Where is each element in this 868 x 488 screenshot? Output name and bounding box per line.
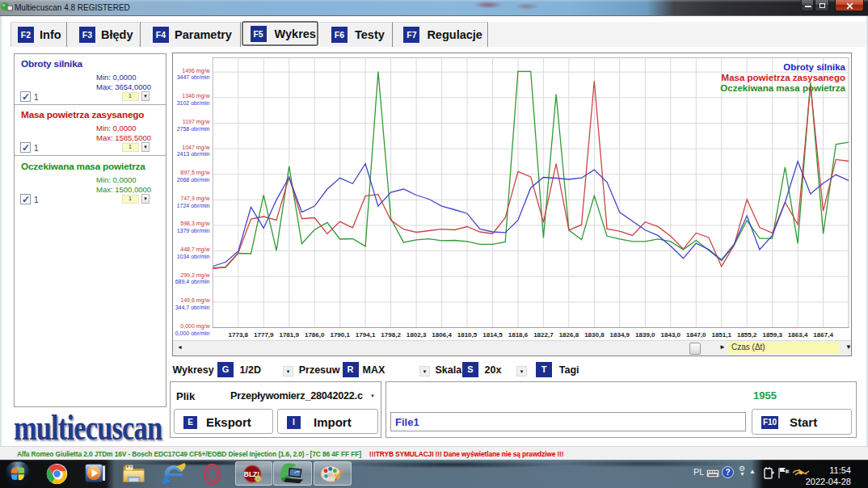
svg-text:1826,8: 1826,8 — [559, 331, 579, 339]
svg-text:1847,0: 1847,0 — [686, 331, 706, 339]
svg-text:1867,4: 1867,4 — [813, 331, 833, 339]
svg-text:1496 mg/w: 1496 mg/w — [182, 68, 210, 74]
svg-text:3447 obr/min: 3447 obr/min — [177, 74, 210, 80]
svg-text:Obroty silnika: Obroty silnika — [783, 62, 845, 72]
svg-text:1724 obr/min: 1724 obr/min — [177, 203, 210, 208]
svg-text:299,2 mg/w: 299,2 mg/w — [180, 272, 210, 279]
svg-text:1794,1: 1794,1 — [356, 331, 376, 339]
svg-text:448,7 mg/w: 448,7 mg/w — [180, 246, 210, 253]
svg-text:689,4 obr/min: 689,4 obr/min — [175, 279, 210, 284]
svg-text:2758 obr/min: 2758 obr/min — [177, 126, 210, 132]
svg-text:Masa powietrza zasysanego: Masa powietrza zasysanego — [722, 73, 845, 82]
svg-text:1781,9: 1781,9 — [279, 331, 299, 339]
svg-text:1773,8: 1773,8 — [229, 331, 249, 339]
svg-text:2068 obr/min: 2068 obr/min — [177, 177, 210, 183]
svg-text:1034 obr/min: 1034 obr/min — [177, 254, 210, 259]
svg-text:0,000 mg/w: 0,000 mg/w — [180, 323, 210, 330]
svg-text:598,3 mg/w: 598,3 mg/w — [180, 221, 210, 227]
svg-text:1830,8: 1830,8 — [584, 331, 605, 339]
svg-text:1786,0: 1786,0 — [305, 331, 325, 339]
svg-text:897,5 mg/w: 897,5 mg/w — [180, 170, 210, 176]
svg-text:Oczekiwana masa powietrza: Oczekiwana masa powietrza — [720, 83, 845, 93]
svg-text:1859,3: 1859,3 — [762, 331, 782, 339]
svg-text:1851,1: 1851,1 — [711, 331, 731, 339]
svg-text:1863,4: 1863,4 — [788, 331, 808, 339]
svg-text:0,000 obr/min: 0,000 obr/min — [175, 330, 210, 336]
svg-text:1790,1: 1790,1 — [330, 331, 350, 339]
svg-text:1806,4: 1806,4 — [432, 331, 452, 339]
svg-text:2413 obr/min: 2413 obr/min — [177, 151, 210, 157]
svg-text:1839,0: 1839,0 — [635, 331, 655, 339]
svg-text:149,6 mg/w: 149,6 mg/w — [180, 297, 210, 304]
svg-text:?: ? — [725, 468, 730, 477]
svg-text:1810,5: 1810,5 — [457, 331, 478, 339]
svg-text:1346 mg/w: 1346 mg/w — [182, 93, 210, 99]
svg-text:1843,0: 1843,0 — [661, 331, 681, 339]
svg-text:1814,5: 1814,5 — [482, 331, 503, 339]
svg-text:747,9 mg/w: 747,9 mg/w — [180, 196, 210, 202]
svg-text:1798,2: 1798,2 — [381, 331, 401, 339]
svg-text:1379 obr/min: 1379 obr/min — [177, 228, 210, 233]
svg-text:1818,6: 1818,6 — [508, 331, 529, 339]
svg-text:1777,9: 1777,9 — [254, 331, 274, 339]
svg-text:1047 mg/w: 1047 mg/w — [182, 145, 210, 151]
svg-text:1802,3: 1802,3 — [407, 331, 427, 339]
svg-text:1834,9: 1834,9 — [610, 331, 630, 339]
svg-text:3102 obr/min: 3102 obr/min — [177, 100, 210, 106]
svg-text:1855,2: 1855,2 — [737, 331, 757, 339]
svg-text:344,7 obr/min: 344,7 obr/min — [175, 305, 210, 310]
svg-text:1197 mg/w: 1197 mg/w — [183, 119, 211, 125]
svg-text:1822,7: 1822,7 — [533, 331, 554, 339]
